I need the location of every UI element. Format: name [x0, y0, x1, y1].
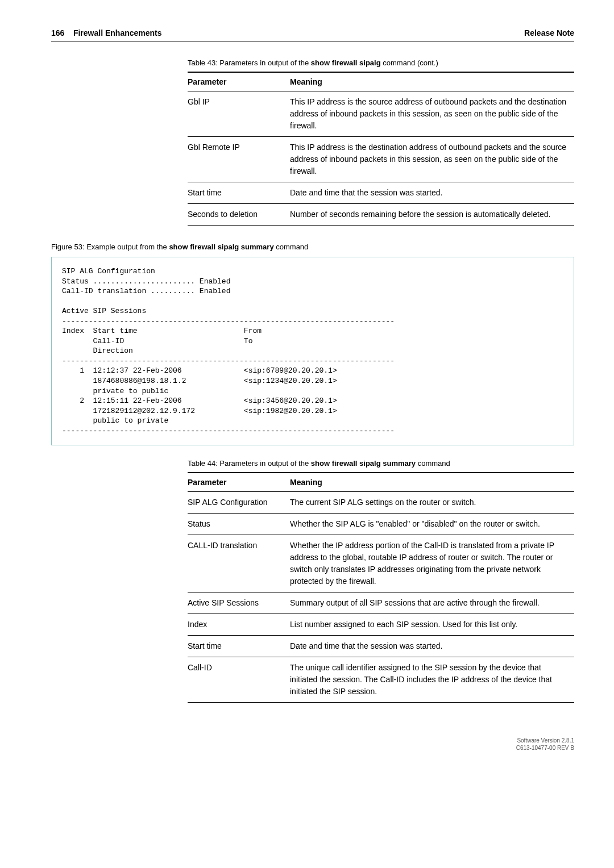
param-name: Start time	[188, 636, 290, 657]
caption-suffix: command (cont.)	[381, 59, 438, 67]
param-meaning: This IP address is the destination addre…	[290, 137, 574, 182]
page-footer: Software Version 2.8.1 C613-10477-00 REV…	[51, 737, 574, 752]
table-row: IndexList number assigned to each SIP se…	[188, 614, 574, 636]
table-row: Seconds to deletionNumber of seconds rem…	[188, 204, 574, 226]
table-row: Start timeDate and time that the session…	[188, 636, 574, 657]
param-meaning: List number assigned to each SIP session…	[290, 614, 574, 636]
table-row: Gbl Remote IPThis IP address is the dest…	[188, 137, 574, 182]
page-header: 166 Firewall Enhancements Release Note	[51, 28, 574, 41]
caption-bold: show firewall sipalg summary	[311, 459, 416, 468]
table-row: StatusWhether the SIP ALG is "enabled" o…	[188, 514, 574, 535]
caption-text: Table 43: Parameters in output of the	[188, 59, 311, 67]
param-name: SIP ALG Configuration	[188, 492, 290, 514]
param-meaning: The unique call identifier assigned to t…	[290, 657, 574, 703]
figure53-code: SIP ALG Configuration Status ...........…	[51, 257, 574, 445]
table44-col2: Meaning	[290, 473, 574, 492]
caption-suffix: command	[274, 243, 309, 251]
table44: Parameter Meaning SIP ALG ConfigurationT…	[188, 472, 574, 703]
table-row: CALL-ID translationWhether the IP addres…	[188, 535, 574, 592]
section-title: Firewall Enhancements	[73, 28, 162, 37]
param-name: Gbl Remote IP	[188, 137, 290, 182]
table-row: SIP ALG ConfigurationThe current SIP ALG…	[188, 492, 574, 514]
caption-text: Table 44: Parameters in output of the	[188, 459, 311, 468]
table43-col2: Meaning	[290, 72, 574, 91]
table43-col1: Parameter	[188, 72, 290, 91]
table-row: Gbl IPThis IP address is the source addr…	[188, 91, 574, 137]
table44-col1: Parameter	[188, 473, 290, 492]
caption-bold: show firewall sipalg summary	[169, 243, 273, 251]
param-name: Call-ID	[188, 657, 290, 703]
param-name: Status	[188, 514, 290, 535]
param-meaning: Number of seconds remaining before the s…	[290, 204, 574, 226]
param-meaning: Summary output of all SIP sessions that …	[290, 592, 574, 614]
table43: Parameter Meaning Gbl IPThis IP address …	[188, 72, 574, 226]
table44-caption: Table 44: Parameters in output of the sh…	[188, 459, 574, 468]
param-meaning: Whether the IP address portion of the Ca…	[290, 535, 574, 592]
param-meaning: The current SIP ALG settings on the rout…	[290, 492, 574, 514]
caption-bold: show firewall sipalg	[311, 59, 381, 67]
page-number: 166	[51, 28, 64, 37]
figure53-caption: Figure 53: Example output from the show …	[51, 243, 574, 251]
param-meaning: This IP address is the source address of…	[290, 91, 574, 137]
caption-text: Figure 53: Example output from the	[51, 243, 169, 251]
header-left: 166 Firewall Enhancements	[51, 28, 162, 37]
header-right: Release Note	[524, 28, 574, 37]
param-meaning: Date and time that the session was start…	[290, 636, 574, 657]
param-name: Gbl IP	[188, 91, 290, 137]
caption-suffix: command	[416, 459, 450, 468]
footer-line2: C613-10477-00 REV B	[51, 744, 574, 752]
param-name: Active SIP Sessions	[188, 592, 290, 614]
param-name: Start time	[188, 182, 290, 204]
table-row: Call-IDThe unique call identifier assign…	[188, 657, 574, 703]
param-meaning: Whether the SIP ALG is "enabled" or "dis…	[290, 514, 574, 535]
table-row: Active SIP SessionsSummary output of all…	[188, 592, 574, 614]
param-name: Index	[188, 614, 290, 636]
param-meaning: Date and time that the session was start…	[290, 182, 574, 204]
table43-caption: Table 43: Parameters in output of the sh…	[188, 59, 574, 67]
param-name: Seconds to deletion	[188, 204, 290, 226]
footer-line1: Software Version 2.8.1	[51, 737, 574, 744]
param-name: CALL-ID translation	[188, 535, 290, 592]
table-row: Start timeDate and time that the session…	[188, 182, 574, 204]
